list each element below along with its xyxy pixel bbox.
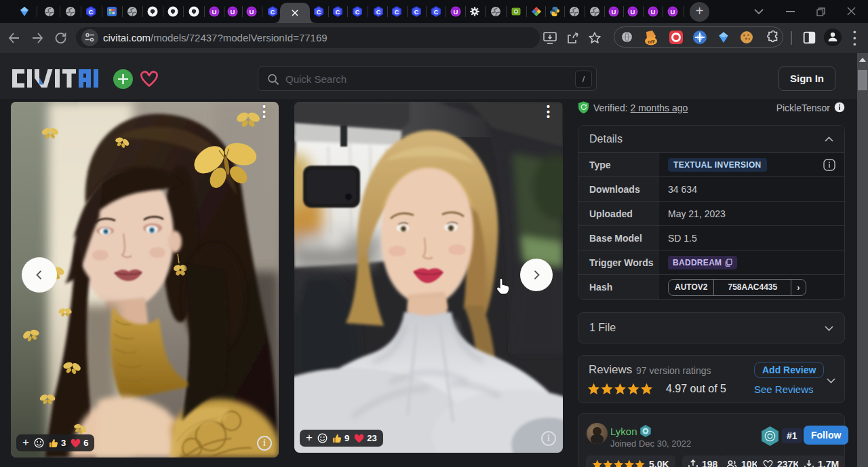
svg-text:C: C [395,9,399,16]
svg-text:C: C [355,9,360,16]
svg-text:U: U [250,8,254,16]
svg-text:C: C [89,9,94,16]
svg-text:U: U [231,8,235,16]
svg-text:U: U [612,8,616,16]
svg-text:C: C [414,9,419,16]
svg-text:U: U [454,8,458,16]
svg-text:off: off [648,39,655,45]
svg-text:U: U [671,8,675,16]
svg-text:U: U [631,8,635,16]
svg-text:C: C [336,9,340,16]
svg-text:U: U [651,8,656,16]
svg-text:C: C [376,9,381,16]
svg-text:U: U [212,8,217,16]
svg-text:C: C [317,9,321,16]
svg-text:C: C [271,9,275,16]
svg-text:C: C [434,9,439,16]
